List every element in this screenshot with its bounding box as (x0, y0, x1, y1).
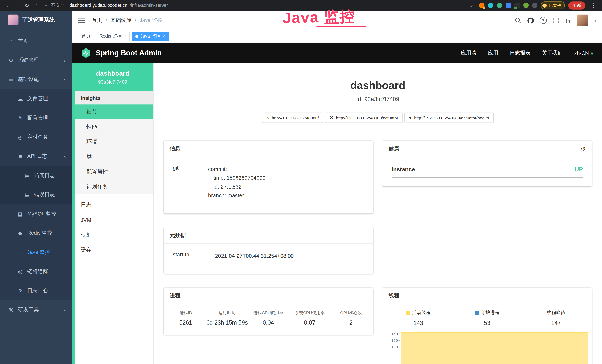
extension-icon-4[interactable] (505, 3, 511, 8)
search-icon[interactable] (515, 17, 521, 23)
sidebar-item-api-logs[interactable]: ≡ API 日志 ∧ (0, 147, 72, 166)
sidebar-item-tracing[interactable]: ◎ 链路追踪 (0, 262, 72, 281)
legend-daemon-threads: 守护进程 53 (453, 310, 522, 326)
paused-badge[interactable]: 已暂停 (541, 1, 565, 9)
sidebar-item-infrastructure[interactable]: ▤ 基础设施 ∧ (0, 70, 72, 89)
info-git-row: git commit: time: 1596289704000 id: 27aa… (173, 164, 364, 205)
sba-item-environment[interactable]: 环境 (75, 134, 153, 150)
breadcrumb-infra[interactable]: 基础设施 (110, 17, 131, 24)
sidebar-item-label: Java 监控 (27, 249, 50, 256)
sidebar-item-access-logs[interactable]: ▤ 访问日志 (0, 166, 72, 185)
git-time-line: time: 1596289704000 (208, 173, 364, 182)
tab-label: Redis 监控 (99, 33, 122, 40)
forward-icon[interactable]: → (13, 2, 22, 8)
home-icon: ⌂ (8, 38, 14, 44)
target-icon: ◎ (17, 268, 24, 274)
sba-item-caches[interactable]: 缓存 (75, 242, 153, 257)
breadcrumb-home[interactable]: 首页 (92, 17, 102, 24)
tab-home[interactable]: 首页 (78, 32, 94, 41)
sidebar-item-java-monitor[interactable]: ☕ Java 监控 (0, 243, 72, 262)
sidebar-item-home[interactable]: ⌂ 首页 (0, 32, 72, 51)
app-logo[interactable]: 芋道管理系统 (0, 11, 72, 29)
sidebar-item-mysql-monitor[interactable]: ▦ MySQL 监控 (0, 204, 72, 224)
sidebar-item-redis-monitor[interactable]: ◆ Redis 监控 (0, 224, 72, 243)
stat-value: 2 (330, 319, 372, 326)
stat-label: 进程CPU使用率 (248, 310, 289, 316)
tab-redis-monitor[interactable]: Redis 监控 × (96, 32, 130, 41)
redis-icon: ◆ (17, 230, 24, 236)
vue-devtools-icon[interactable] (497, 3, 502, 8)
document-icon: ▤ (24, 192, 31, 198)
extension-icon-6[interactable] (523, 3, 529, 8)
extension-icon-2[interactable] (488, 3, 493, 8)
stat-value: 5261 (165, 319, 206, 326)
history-icon[interactable]: ↺ (581, 145, 586, 152)
update-button[interactable]: 更新 (568, 1, 585, 9)
sidebar-item-log-center[interactable]: ✎ 日志中心 (0, 281, 72, 300)
sba-item-classes[interactable]: 类 (75, 150, 153, 164)
collapse-sidebar-icon[interactable] (78, 18, 85, 23)
sba-brand-title[interactable]: Spring Boot Admin (96, 49, 162, 57)
edit-icon: ✎ (17, 115, 24, 121)
chevron-down-icon: ∨ (63, 308, 66, 312)
locale-selector[interactable]: zh-CN∨ (574, 50, 593, 56)
sidebar-item-error-logs[interactable]: ▤ 错误日志 (0, 185, 72, 204)
heart-icon: ♥ (409, 115, 412, 120)
sba-item-mappings[interactable]: 映射 (75, 227, 153, 242)
sba-item-scheduled-tasks[interactable]: 计划任务 (75, 179, 153, 194)
sba-item-jvm[interactable]: JVM (75, 212, 153, 227)
fullscreen-icon[interactable] (553, 17, 559, 23)
tab-java-monitor[interactable]: Java 监控 × (132, 32, 168, 41)
sba-nav-applications[interactable]: 应用 (488, 50, 498, 56)
sba-item-config-props[interactable]: 配置属性 (75, 164, 153, 179)
actuator-url-link[interactable]: ⚒ http://192.168.0.2:48080/actuator (325, 113, 403, 123)
live-threads-area (401, 332, 588, 364)
user-avatar[interactable] (577, 15, 588, 26)
git-commit-line: commit: (208, 165, 364, 173)
java-icon: ☕ (17, 249, 24, 255)
sidebar-item-label: 基础设施 (18, 76, 39, 83)
breadcrumb-separator: / (135, 17, 136, 23)
locale-label: zh-CN (574, 50, 589, 56)
sidebar-item-file-mgmt[interactable]: ☁ 文件管理 (0, 89, 72, 108)
not-secure-label[interactable]: 不安全 (51, 2, 64, 9)
service-url-link[interactable]: ⌂ http://192.168.0.2:48080/ (262, 113, 323, 123)
sba-item-performance[interactable]: 性能 (75, 119, 153, 134)
sba-nav-wallboard[interactable]: 应用墙 (461, 50, 476, 56)
proxy-switch-icon[interactable] (515, 3, 520, 8)
extension-icon-1[interactable] (479, 3, 484, 8)
blue-legend-icon (475, 311, 479, 315)
browser-menu-icon[interactable]: ⋮ (589, 2, 598, 8)
sidebar-item-scheduled-jobs[interactable]: ◴ 定时任务 (0, 128, 72, 147)
close-icon[interactable]: × (162, 33, 165, 39)
sba-instance-header[interactable]: dashboard 93a3fc7f7409 (72, 63, 153, 91)
home-icon: ⌂ (267, 115, 269, 120)
help-icon[interactable]: ? (540, 17, 547, 24)
sidebar-item-system-mgmt[interactable]: ⚙ 系统管理 ∨ (0, 51, 72, 70)
back-icon[interactable]: ← (4, 2, 13, 8)
sba-item-details[interactable]: 细节 (75, 104, 153, 119)
sba-accent-bar (72, 91, 75, 364)
font-size-icon[interactable]: TT (565, 17, 570, 23)
sba-nav-about[interactable]: 关于我们 (542, 50, 563, 56)
sidebar-item-dev-tools[interactable]: ⚒ 研发工具 ∨ (0, 300, 72, 320)
emoji-face-icon (542, 3, 547, 8)
list-icon: ≡ (17, 153, 24, 159)
metadata-startup-row: startup 2021-04-27T00:44:31.254+08:00 (173, 251, 364, 265)
link-url: http://192.168.0.2:48080/actuator/health (414, 115, 489, 120)
bookmark-star-icon[interactable]: ☆ (466, 2, 476, 8)
process-stats: 进程ID 5261 运行时间 6d 23h 15m 59s 进程CPU使用率 (163, 304, 373, 335)
close-icon[interactable]: × (124, 33, 127, 39)
stat-system-cpu: 系统CPU使用率 0.07 (289, 310, 330, 326)
url-host: dashboard.yudao.iocoder.cn (70, 3, 127, 8)
health-url-link[interactable]: ♥ http://192.168.0.2:48080/actuator/heal… (404, 113, 494, 123)
sidebar-item-config-mgmt[interactable]: ✎ 配置管理 (0, 108, 72, 128)
reload-icon[interactable]: ↻ (22, 2, 32, 8)
extension-icon-7[interactable] (532, 3, 538, 8)
avatar-caret-icon[interactable]: ▾ (594, 18, 596, 22)
github-icon[interactable] (527, 17, 534, 23)
browser-home-icon[interactable]: ⌂ (32, 2, 41, 8)
sba-nav-journal[interactable]: 日志报表 (510, 50, 530, 56)
sba-item-logs[interactable]: 日志 (75, 197, 153, 212)
address-bar[interactable]: ⚠ 不安全 dashboard.yudao.iocoder.cn/infra/a… (44, 2, 168, 9)
